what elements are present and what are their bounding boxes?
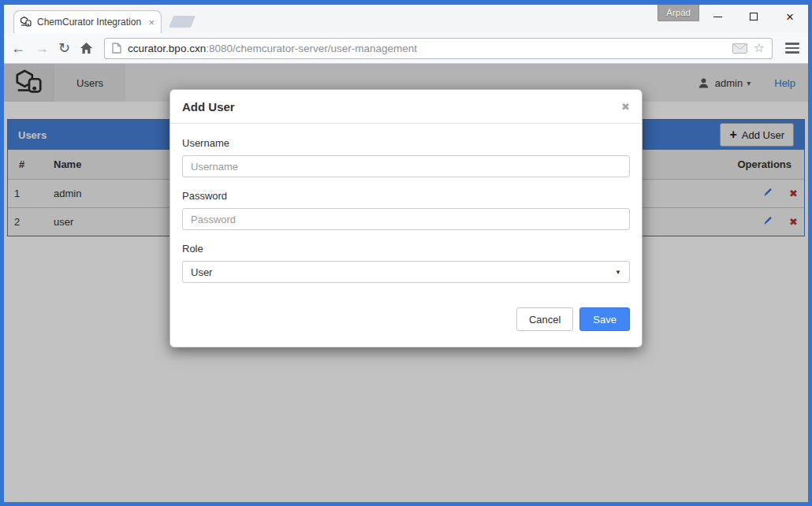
modal-header: Add User ✖: [170, 90, 642, 124]
address-bar[interactable]: ccurator.bpo.cxn:8080/chemcurator-server…: [104, 38, 773, 59]
page-icon: [112, 43, 121, 54]
cancel-button[interactable]: Cancel: [516, 307, 573, 331]
tab-title: ChemCurator Integration S: [37, 17, 143, 28]
password-label: Password: [182, 190, 630, 202]
browser-toolbar: ← → ↻ ccurator.bpo.cxn:8080/chemcurator-…: [4, 33, 808, 64]
maximize-button[interactable]: [736, 5, 772, 28]
url-host: ccurator.bpo.cxn: [128, 43, 206, 54]
back-button[interactable]: ←: [11, 41, 25, 55]
profile-badge[interactable]: Árpád: [657, 5, 699, 21]
new-tab-button[interactable]: [169, 16, 196, 28]
tab-close-icon[interactable]: ×: [147, 17, 155, 28]
select-arrow-icon: ▼: [615, 269, 621, 276]
browser-tab[interactable]: ChemCurator Integration S ×: [13, 10, 162, 33]
bookmark-star-icon[interactable]: ☆: [754, 42, 765, 54]
modal-body: Username Password Role User ▼ Cancel Sav…: [170, 124, 642, 347]
close-icon: ×: [786, 10, 794, 24]
browser-chrome: ChemCurator Integration S × Árpád × ← →: [4, 5, 808, 502]
save-button[interactable]: Save: [579, 307, 630, 331]
browser-window: ChemCurator Integration S × Árpád × ← →: [0, 0, 812, 506]
forward-button[interactable]: →: [35, 41, 49, 55]
browser-menu-icon[interactable]: [784, 41, 801, 55]
url-text: ccurator.bpo.cxn:8080/chemcurator-server…: [128, 43, 417, 54]
chemcurator-favicon-icon: [20, 16, 32, 28]
page-viewport: Users admin ▾ Help Users: [4, 64, 808, 502]
add-user-modal: Add User ✖ Username Password Role User ▼: [169, 89, 643, 348]
username-input[interactable]: [182, 155, 630, 177]
role-select[interactable]: User ▼: [182, 261, 630, 283]
extension-envelope-icon[interactable]: [732, 43, 747, 54]
url-path: :8080/chemcurator-server/user-management: [206, 43, 417, 54]
home-button[interactable]: [80, 42, 93, 54]
browser-titlebar: ChemCurator Integration S × Árpád ×: [4, 5, 808, 33]
minimize-button[interactable]: [699, 5, 736, 28]
modal-footer: Cancel Save: [182, 307, 630, 335]
username-label: Username: [182, 137, 630, 149]
reload-button[interactable]: ↻: [58, 41, 70, 55]
role-label: Role: [182, 243, 630, 255]
modal-title: Add User: [182, 100, 235, 113]
close-button[interactable]: ×: [772, 5, 808, 28]
window-controls: ×: [699, 5, 808, 28]
maximize-icon: [750, 13, 758, 20]
modal-close-icon[interactable]: ✖: [621, 102, 630, 112]
role-selected-value: User: [191, 266, 212, 278]
password-input[interactable]: [182, 208, 630, 230]
minimize-icon: [713, 17, 722, 17]
